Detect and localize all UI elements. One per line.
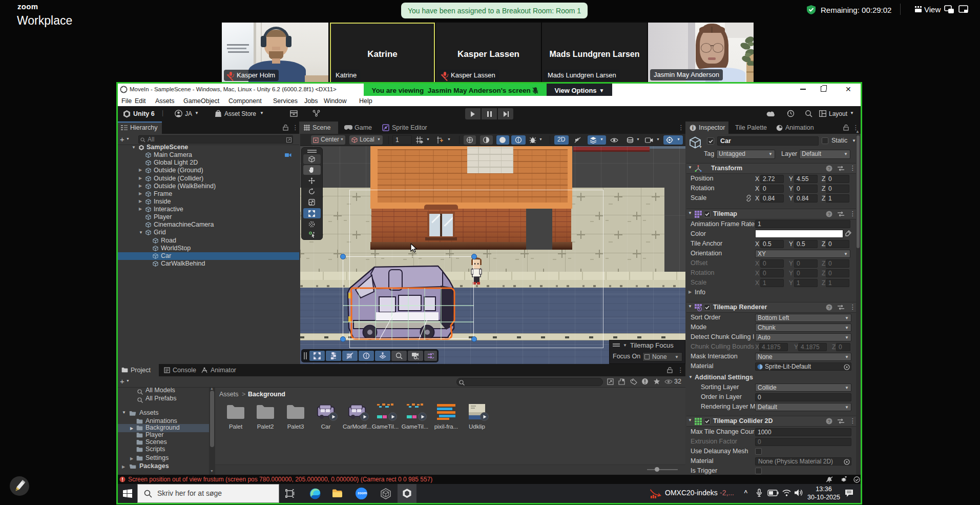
svg-text:?: ? [828,212,830,217]
svg-text:?: ? [828,305,830,310]
svg-text:?: ? [828,166,830,171]
svg-text:i: i [692,125,694,131]
svg-text:?: ? [828,419,830,424]
